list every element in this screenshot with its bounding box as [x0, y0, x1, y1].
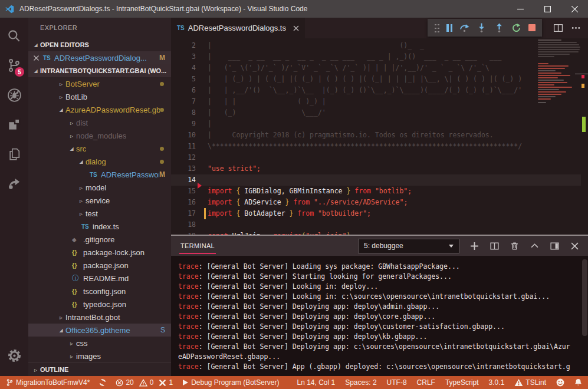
version-item[interactable]: 3.0.1 — [489, 378, 505, 387]
modified-line-marker — [204, 208, 206, 219]
tree-item[interactable]: {}package.json — [28, 259, 171, 272]
workspace-section-header[interactable]: ◢ INTRANETBOTQUICKSTART.GBAI (WO... — [28, 64, 171, 77]
encoding-item[interactable]: UTF-8 — [387, 378, 407, 387]
chevron-collapsed-icon: ▹ — [31, 367, 40, 373]
step-over-icon[interactable] — [459, 23, 469, 33]
close-panel-icon[interactable] — [570, 241, 580, 251]
open-editor-item[interactable]: TS ADResetPasswordDialog... M — [28, 51, 171, 64]
tree-item[interactable]: ◢dialog — [28, 155, 171, 168]
extensions-icon[interactable] — [0, 110, 28, 139]
window-title: ADResetPasswordDialogs.ts - IntranetBotQ… — [19, 5, 307, 13]
close-button[interactable] — [561, 0, 588, 18]
git-branch-item[interactable]: MigrationToBotFmwV4* — [6, 378, 90, 387]
typescript-file-icon: TS — [177, 25, 185, 31]
terminal-select[interactable]: 5: debuggee — [358, 239, 459, 253]
tree-item-label: service — [86, 196, 110, 205]
tree-item[interactable]: ▹IntranetBot.gbot — [28, 311, 171, 324]
editor-group: TS ADResetPasswordDialogs.ts — [171, 18, 588, 376]
eol-item[interactable]: CRLF — [417, 378, 435, 387]
status-bar: MigrationToBotFmwV4* 20 0 1 Debug Progra… — [0, 376, 588, 389]
search-icon[interactable] — [0, 21, 28, 51]
cursor-position-item[interactable]: Ln 14, Col 1 — [297, 378, 335, 387]
share-icon[interactable] — [0, 169, 28, 198]
restart-icon[interactable] — [511, 23, 521, 33]
linter-item[interactable]: TSLint — [514, 378, 546, 387]
new-terminal-icon[interactable] — [469, 241, 479, 251]
line-number: 19 — [171, 230, 196, 235]
toggle-panel-icon[interactable] — [550, 241, 560, 251]
tree-item[interactable]: ◢AzureADPasswordReset.gba... — [28, 103, 171, 116]
tree-item[interactable]: {}typedoc.json — [28, 298, 171, 311]
outline-section-header[interactable]: ▹ OUTLINE — [28, 362, 171, 376]
split-terminal-icon[interactable] — [490, 241, 500, 251]
tree-item[interactable]: ▹model — [28, 181, 171, 194]
source-control-icon[interactable]: 5 — [0, 51, 28, 80]
step-into-icon[interactable] — [477, 23, 487, 33]
code-line — [208, 152, 535, 163]
tree-item[interactable]: ⓘREADME.md — [28, 272, 171, 285]
settings-gear-icon[interactable] — [0, 341, 28, 370]
maximize-panel-icon[interactable] — [530, 241, 540, 251]
chevron-expanded-icon: ◢ — [31, 68, 40, 74]
code-editor[interactable]: 2345678910111213141516171819 | ()_ _| __… — [171, 38, 588, 235]
open-editors-header[interactable]: ◢ OPEN EDITORS — [28, 38, 171, 51]
tree-item[interactable]: ▹BotLib — [28, 90, 171, 103]
tree-item[interactable]: ◢Office365.gbthemeS — [28, 324, 171, 337]
tree-item[interactable]: ▹service — [28, 194, 171, 207]
pause-icon[interactable] — [446, 24, 452, 32]
drag-grip-icon[interactable] — [434, 23, 439, 32]
tree-item[interactable]: ◢src — [28, 142, 171, 155]
tree-item[interactable]: ▹BotServer — [28, 77, 171, 90]
minimap-line — [538, 47, 580, 48]
minimap[interactable] — [536, 38, 581, 235]
problems-item[interactable]: 20 0 1 — [116, 378, 173, 387]
tree-item[interactable]: ▹dist — [28, 116, 171, 129]
tree-item[interactable]: ◆.gitignore — [28, 233, 171, 246]
close-icon[interactable] — [34, 55, 43, 61]
tree-item[interactable]: ▹test — [28, 207, 171, 220]
trace-label: trace — [178, 282, 199, 291]
terminal-scrollbar[interactable] — [582, 259, 587, 336]
documents-icon[interactable] — [0, 139, 28, 169]
sync-icon[interactable] — [98, 378, 107, 387]
tree-item[interactable]: TSindex.ts — [28, 220, 171, 233]
minimap-line — [538, 49, 580, 50]
tree-item[interactable]: TSADResetPasswordDial...M — [28, 168, 171, 181]
tree-item-label: IntranetBot.gbot — [65, 313, 120, 322]
code-line: import { ADService } from "../service/AD… — [208, 197, 535, 208]
tree-item[interactable]: {}tsconfig.json — [28, 285, 171, 298]
chevron-expanded-icon: ◢ — [31, 42, 40, 48]
terminal-tab[interactable]: TERMINAL — [179, 238, 216, 254]
code-line: | ('_ \('_)/'_` )/'_`V' _` _`\ /'_` )| |… — [208, 62, 535, 74]
stop-icon[interactable] — [528, 24, 536, 31]
debug-status-item[interactable]: Debug Program (BotServer) — [182, 378, 279, 387]
step-out-icon[interactable] — [494, 23, 504, 33]
language-item[interactable]: TypeScript — [445, 378, 479, 387]
notifications-bell-icon[interactable] — [574, 378, 582, 387]
debug-icon[interactable] — [0, 80, 28, 110]
line-number: 18 — [171, 219, 196, 230]
tree-item[interactable]: ▹images — [28, 350, 171, 362]
tree-item[interactable]: ▹css — [28, 337, 171, 350]
minimap-line — [538, 77, 558, 78]
feedback-smiley-icon[interactable] — [556, 378, 564, 387]
split-editor-icon[interactable] — [553, 23, 563, 33]
kill-terminal-icon[interactable] — [510, 241, 520, 251]
editor-tab[interactable]: TS ADResetPasswordDialogs.ts — [171, 18, 305, 38]
code-line: | | ,__/'() `\__,_)`\__ |(_) (_) ()`\__,… — [208, 85, 535, 96]
indentation-item[interactable]: Spaces: 2 — [345, 378, 376, 387]
modified-dot-badge — [160, 147, 164, 151]
chevron-collapsed-icon: ▹ — [57, 81, 65, 87]
tree-item[interactable]: ▹node_modules — [28, 129, 171, 142]
change-marker — [582, 117, 586, 132]
more-actions-icon[interactable] — [571, 23, 581, 33]
terminal-output[interactable]: trace: [General Bot Server] Loading sys … — [171, 256, 588, 376]
tab-close-icon[interactable] — [293, 25, 299, 31]
trace-label: trace — [178, 332, 199, 341]
minimize-button[interactable] — [507, 0, 534, 18]
tree-item[interactable]: {}package-lock.json — [28, 246, 171, 259]
git-status-badge: M — [159, 170, 165, 179]
maximize-button[interactable] — [534, 0, 561, 18]
minimap-line — [538, 65, 569, 67]
overview-ruler[interactable] — [581, 38, 588, 235]
